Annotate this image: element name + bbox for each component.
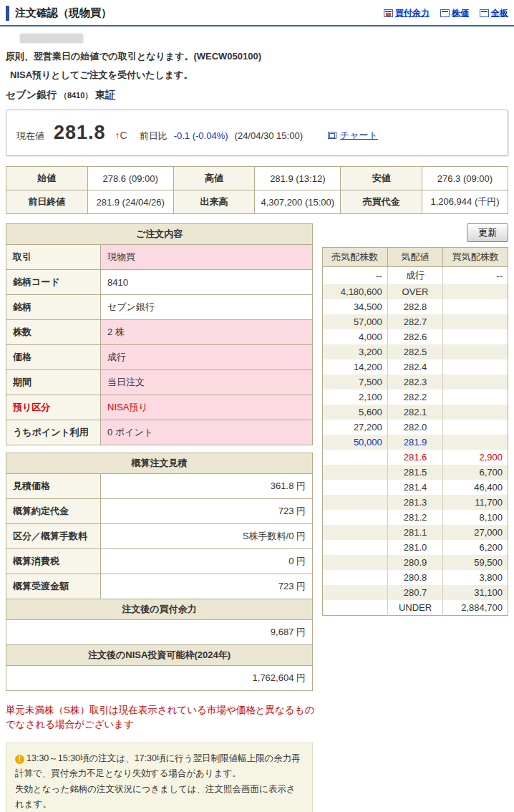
buy-qty-cell: 46,400 (443, 480, 508, 495)
price-cell: 280.8 (387, 570, 443, 585)
estimate-row: 区分／概算手数料S株手数料/0 円 (6, 524, 313, 549)
notice-lines: !13:30～15:30頃の注文は、17:30頃に行う翌日制限値幅上限の余力再計… (15, 751, 304, 812)
estimate-label: 区分／概算手数料 (6, 524, 101, 549)
refresh-button[interactable]: 更新 (467, 223, 508, 242)
section-value: 9,687 円 (6, 620, 313, 645)
header-link-label: 買付余力 (395, 7, 430, 19)
price-cell: 成行 (387, 267, 443, 285)
quote-label: 高値 (173, 167, 255, 190)
detail-value: 8410 (101, 270, 313, 295)
estimate-label: 概算約定代金 (6, 499, 101, 524)
sell-qty-cell (323, 585, 388, 600)
detail-value: 2 株 (101, 320, 313, 345)
book-row: 4,180,600OVER (323, 284, 508, 299)
order-book-table: 売気配株数気配値買気配株数--成行--4,180,600OVER34,50028… (322, 247, 508, 616)
book-row: 3,200282.5 (323, 344, 508, 359)
estimate-section-header: 注文後のNISA投資可能枠(2024年) (6, 645, 313, 666)
buy-qty-cell: 6,700 (443, 465, 508, 480)
book-row: 280.959,500 (323, 555, 508, 570)
buy-qty-cell (443, 359, 508, 374)
book-row: 281.311,700 (323, 495, 508, 510)
stock-price-icon (440, 9, 450, 17)
quote-value: 276.3 (09:00) (422, 167, 508, 190)
book-row: 281.28,100 (323, 510, 508, 525)
book-row: 57,000282.7 (323, 314, 508, 329)
notice-text: 失効となった銘柄の注文状況につきましては、注文照会画面に表示されます。 (15, 784, 296, 809)
book-row: 4,000282.6 (323, 329, 508, 344)
header-link-buying-power[interactable]: 買付余力 (384, 7, 430, 19)
main-content: 原則、翌営業日の始値での取引となります。(WECW050100) NISA預りと… (0, 34, 514, 812)
buy-qty-cell (443, 420, 508, 435)
order-detail-row: 取引現物買 (6, 245, 313, 270)
change-value: -0.1 (-0.04%) (174, 130, 228, 141)
buy-qty-cell: 6,200 (443, 540, 508, 555)
chart-link[interactable]: チャート (328, 129, 378, 142)
order-detail-row: 銘柄コード8410 (6, 270, 313, 295)
section-title: 注文後のNISA投資可能枠(2024年) (6, 645, 313, 666)
book-row: 281.127,000 (323, 525, 508, 540)
book-row: 281.446,400 (323, 480, 508, 495)
estimate-label: 見積価格 (6, 474, 101, 499)
nisa-notice: NISA預りとしてご注文を受付いたします。 (10, 69, 508, 82)
price-cell: 280.7 (387, 585, 443, 600)
estimate-label: 概算受渡金額 (6, 574, 101, 599)
left-column: ご注文内容 取引現物買銘柄コード8410銘柄セブン銀行株数2 株価格成行期間当日… (6, 223, 313, 812)
estimate-value: 361.8 円 (101, 474, 313, 499)
estimate-section-header: 注文後の買付余力 (6, 599, 313, 620)
quote-label: 安値 (341, 167, 422, 190)
stock-code: （8410） (59, 91, 92, 100)
book-row: 281.56,700 (323, 465, 508, 480)
buy-qty-cell: -- (443, 267, 508, 285)
sell-qty-cell: 14,200 (323, 359, 388, 374)
price-cell: 281.0 (387, 540, 443, 555)
order-detail-row: 銘柄セブン銀行 (6, 295, 313, 320)
quote-label: 出来高 (173, 190, 255, 214)
close-flag: C (120, 130, 127, 141)
book-row: 280.83,800 (323, 570, 508, 585)
stock-title: セブン銀行 （8410） 東証 (6, 89, 508, 102)
price-cell: 282.5 (387, 344, 443, 359)
sell-qty-cell: 5,600 (323, 405, 388, 420)
notice-text: 13:30～15:30頃の注文は、17:30頃に行う翌日制限値幅上限の余力再計算… (15, 753, 301, 778)
detail-label: 銘柄 (6, 295, 101, 320)
price-cell: 281.4 (387, 480, 443, 495)
book-header: 買気配株数 (443, 248, 508, 267)
stock-name: セブン銀行 (6, 89, 57, 100)
header-links: 買付余力株価全板 (384, 7, 508, 19)
buy-qty-cell (443, 329, 508, 344)
detail-label: 期間 (6, 370, 101, 395)
stock-market: 東証 (95, 89, 115, 100)
price-cell: 281.3 (387, 495, 443, 510)
order-detail-row: うちポイント利用0 ポイント (6, 420, 313, 445)
estimate-row: 概算受渡金額723 円 (6, 574, 313, 599)
notice-line: 失効となった銘柄の注文状況につきましては、注文照会画面に表示されます。 (15, 782, 304, 812)
sell-qty-cell: 7,500 (323, 374, 388, 390)
book-row: 280.731,100 (323, 585, 508, 600)
quote-value: 4,307,200 (15:00) (255, 190, 341, 214)
estimate-value: 723 円 (101, 499, 313, 524)
sell-qty-cell: 4,000 (323, 329, 388, 344)
section-title: 注文後の買付余力 (6, 599, 313, 620)
price-cell: 280.9 (387, 555, 443, 570)
sell-qty-cell: 34,500 (323, 299, 388, 314)
header-link-full-board[interactable]: 全板 (480, 7, 508, 19)
buy-qty-cell (443, 284, 508, 299)
buy-qty-cell: 31,100 (443, 585, 508, 600)
estimate-row: 概算消費税0 円 (6, 549, 313, 574)
price-cell: 281.6 (387, 450, 443, 465)
detail-value: セブン銀行 (101, 295, 313, 320)
columns-wrap: ご注文内容 取引現物買銘柄コード8410銘柄セブン銀行株数2 株価格成行期間当日… (6, 223, 508, 812)
order-confirmation-page: 注文確認（現物買） 買付余力株価全板 原則、翌営業日の始値での取引となります。(… (0, 0, 514, 812)
buy-qty-cell: 2,900 (443, 450, 508, 465)
estimate-section-value-row: 9,687 円 (6, 620, 313, 645)
s-share-warning: 単元未満株（S株）取引は現在表示されている市場や価格と異なるものでなされる場合が… (6, 703, 318, 731)
price-cell: 282.0 (387, 420, 443, 435)
sell-qty-cell: 57,000 (323, 314, 388, 329)
warning-icon: ! (15, 755, 24, 764)
estimate-label: 概算消費税 (6, 549, 101, 574)
book-header-row: 売気配株数気配値買気配株数 (323, 248, 508, 267)
right-column: 更新 売気配株数気配値買気配株数--成行--4,180,600OVER34,50… (322, 223, 508, 616)
sell-qty-cell (323, 540, 388, 555)
header-link-stock-price[interactable]: 株価 (440, 7, 469, 19)
book-row: 50,000281.9 (323, 435, 508, 450)
